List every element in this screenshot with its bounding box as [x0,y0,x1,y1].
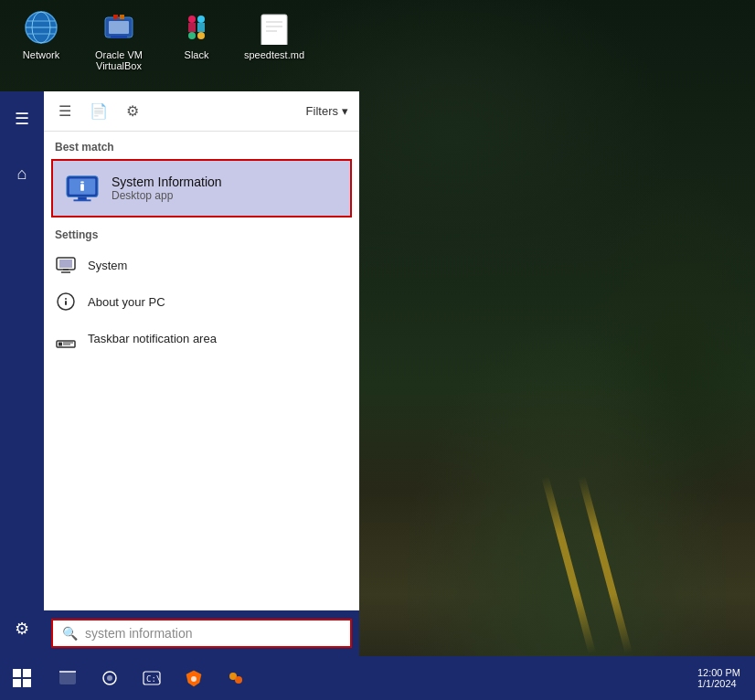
taskbar-right: 12:00 PM1/1/2024 [697,667,755,689]
svg-point-13 [197,32,205,39]
taskbar-cmd[interactable]: C:\ [132,658,172,698]
speedtest-label: speedtest.md [244,49,304,60]
taskbar-search[interactable] [48,658,88,698]
oracle-icon [101,9,137,46]
taskbar-clock: 12:00 PM1/1/2024 [697,667,748,689]
slack-icon [178,9,215,46]
network-label: Network [23,49,59,60]
svg-point-48 [191,676,197,682]
filters-chevron: ▾ [342,104,348,118]
speedtest-icon [256,9,292,46]
svg-rect-27 [59,260,72,268]
system-info-icon [64,170,101,207]
panel-toolbar: ☰ 📄 ⚙ Filters ▾ [44,91,359,132]
settings-item-taskbar[interactable]: Taskbar notification area [44,320,359,356]
desktop-icon-network[interactable]: Network [9,9,73,71]
toolbar-list-icon[interactable]: ☰ [55,99,75,123]
taskbar-brave[interactable] [174,658,214,698]
svg-rect-37 [13,669,21,677]
svg-rect-38 [23,669,31,677]
sidebar-settings[interactable]: ⚙ [4,610,40,647]
svg-rect-24 [80,181,84,183]
search-magnifier-icon: 🔍 [62,626,78,641]
desktop-icon-oracle[interactable]: Oracle VMVirtualBox [87,9,151,71]
settings-item-system[interactable]: System [44,247,359,283]
svg-rect-9 [120,15,124,19]
taskbar-items: C:\ [44,658,260,698]
taskbar-cortana[interactable] [90,658,130,698]
svg-rect-15 [197,23,205,32]
best-match-info: System Information Desktop app [112,175,222,202]
best-match-title: System Information [112,175,222,189]
svg-rect-25 [80,184,84,191]
search-input[interactable] [85,626,341,641]
svg-rect-16 [261,15,287,45]
svg-rect-8 [113,15,118,19]
search-box-container: 🔍 [44,610,359,656]
svg-text:C:\: C:\ [146,674,161,684]
start-button[interactable] [0,656,44,700]
settings-section-label: Settings [44,217,359,247]
svg-rect-23 [74,199,91,201]
about-pc-label: About your PC [88,295,165,309]
toolbar-gear-icon[interactable]: ⚙ [122,99,143,123]
svg-rect-40 [23,679,31,687]
system-settings-icon [55,254,77,276]
taskbar-notification-label: Taskbar notification area [88,332,217,345]
best-match-item[interactable]: System Information Desktop app [51,159,352,217]
svg-rect-34 [58,343,62,346]
filters-button[interactable]: Filters ▾ [306,104,348,118]
desktop-icon-slack[interactable]: Slack [165,9,229,71]
taskbar: C:\ 12:00 PM1/1/2024 [0,656,755,700]
svg-rect-39 [13,679,21,687]
slack-label: Slack [185,49,209,60]
taskbar-extra[interactable] [216,658,256,698]
oracle-label: Oracle VMVirtualBox [95,49,143,71]
desktop-icons-area: Network Oracle VMVirtualBox [0,0,315,80]
best-match-subtitle: Desktop app [112,189,222,202]
settings-item-about-pc[interactable]: About your PC [44,283,359,320]
svg-rect-41 [59,672,76,684]
start-sidebar: ☰ ⌂ ⚙ [0,91,44,656]
filters-label: Filters [306,104,338,118]
svg-rect-32 [65,298,67,300]
svg-point-50 [235,676,242,684]
search-input-wrapper: 🔍 [51,619,352,648]
svg-rect-14 [188,23,196,32]
svg-point-44 [107,675,112,681]
about-pc-icon [55,291,77,313]
sidebar-home[interactable]: ⌂ [4,155,40,192]
svg-rect-6 [109,21,129,34]
svg-rect-31 [65,301,67,305]
toolbar-document-icon[interactable]: 📄 [86,99,112,123]
taskbar-notification-icon [55,327,77,349]
sidebar-hamburger[interactable]: ☰ [4,101,40,137]
svg-point-12 [188,32,196,39]
desktop-icon-speedtest[interactable]: speedtest.md [242,9,306,71]
system-settings-label: System [88,259,127,272]
svg-point-10 [188,16,196,23]
search-panel: ☰ 📄 ⚙ Filters ▾ Best match System Inform… [44,91,359,610]
desktop-icon-row-1: Network Oracle VMVirtualBox [9,9,306,71]
network-icon [23,9,59,46]
svg-rect-7 [111,36,127,38]
svg-point-11 [197,16,205,23]
best-match-section-label: Best match [44,132,359,159]
